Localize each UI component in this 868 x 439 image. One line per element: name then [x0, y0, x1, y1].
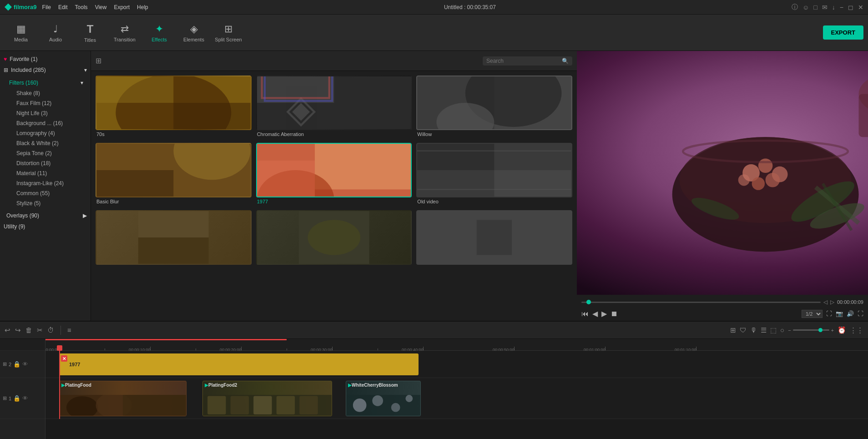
svg-rect-2 — [96, 76, 173, 103]
sidebar-filters[interactable]: Filters (160) ▾ — [7, 77, 87, 88]
sidebar-item-night-life[interactable]: Night Life (3) — [13, 108, 87, 118]
tl-zoom-slider[interactable]: − + — [788, 328, 834, 333]
restore-icon[interactable]: ◻ — [848, 4, 853, 11]
play-button[interactable]: ▶ — [601, 309, 607, 318]
sidebar-favorite-label: Favorite (1) — [10, 56, 37, 62]
mail-icon[interactable]: ✉ — [822, 4, 828, 11]
tool-elements[interactable]: ◈ Elements — [177, 16, 210, 49]
effect-row3b[interactable] — [256, 210, 412, 267]
sidebar-item-faux-film[interactable]: Faux Film (12) — [13, 98, 87, 108]
playhead[interactable] — [59, 351, 60, 419]
video-clip-white-cherry[interactable]: ▶ WhiteCherryBlossom — [346, 381, 421, 416]
user-icon[interactable]: ☺ — [802, 4, 809, 11]
sidebar-item-common[interactable]: Common (55) — [13, 188, 87, 198]
export-button[interactable]: EXPORT — [823, 25, 863, 40]
download-icon[interactable]: ↓ — [832, 4, 835, 11]
track1-lock-icon[interactable]: 🔒 — [13, 395, 20, 402]
effect-willow[interactable]: Willow — [416, 76, 572, 138]
sidebar-utility[interactable]: Utility (9) — [0, 221, 91, 232]
menu-edit[interactable]: Edit — [58, 4, 68, 10]
search-icon[interactable]: 🔍 — [562, 58, 569, 64]
zoom-select[interactable]: 1/2 1/4 1/1 — [802, 310, 823, 318]
video-clip-plating-food[interactable]: ▶ PlatingFood — [59, 381, 187, 416]
settings-button[interactable]: ≡ — [67, 326, 71, 334]
svg-rect-3 — [173, 103, 250, 129]
zoom-minus[interactable]: − — [788, 328, 791, 333]
effect-row3c[interactable] — [416, 210, 572, 267]
next-arrow[interactable]: ▷ — [830, 299, 834, 305]
volume-btn[interactable]: 🔊 — [847, 310, 854, 317]
sidebar-item-stylize[interactable]: Stylize (5) — [13, 198, 87, 208]
tl-mic-btn[interactable]: 🎙 — [750, 326, 757, 334]
sidebar-item-sepia-tone[interactable]: Sepia Tone (2) — [13, 148, 87, 158]
timer-button[interactable]: ⏱ — [47, 326, 54, 334]
tool-transition[interactable]: ⇄ Transition — [108, 16, 141, 49]
tool-split-screen[interactable]: ⊞ Split Screen — [212, 16, 245, 49]
effects-label: Effects — [151, 37, 167, 42]
effect-old-video[interactable]: Old video — [416, 143, 572, 206]
effect-basic-blur[interactable]: Basic Blur — [96, 143, 252, 206]
minimize-icon[interactable]: − — [840, 4, 843, 11]
svg-point-38 — [766, 173, 780, 187]
sidebar-item-lomography[interactable]: Lomography (4) — [13, 128, 87, 138]
redo-button[interactable]: ↪ — [15, 326, 21, 334]
sidebar-item-shake[interactable]: Shake (8) — [13, 88, 87, 98]
grid-view-icon[interactable]: ⊞ — [96, 56, 101, 65]
timeline-tracks-area[interactable]: 00:00:00:00 00:00:10:00 00:00:20:00 00:0… — [45, 339, 868, 439]
track1-eye-icon[interactable]: 👁 — [22, 395, 28, 402]
play-back-button[interactable]: ◀ — [592, 309, 598, 318]
menu-export[interactable]: Export — [114, 4, 130, 10]
tl-more-btn[interactable]: ⋮⋮ — [850, 326, 863, 334]
effect-70s[interactable]: 70s — [96, 76, 252, 138]
fullscreen-btn[interactable]: ⛶ — [826, 310, 832, 317]
menu-tools[interactable]: Tools — [75, 4, 88, 10]
effect-chromatic[interactable]: ◈ Chromatic Aberration — [256, 76, 412, 138]
screenshot-btn[interactable]: 📷 — [836, 310, 843, 317]
scrubber-track[interactable] — [581, 302, 821, 303]
fx-clip-1977[interactable]: ✕ 1977 — [59, 353, 419, 375]
tl-list-btn[interactable]: ☰ — [761, 326, 767, 334]
sidebar-item-background[interactable]: Background ... (16) — [13, 118, 87, 128]
delete-button[interactable]: 🗑 — [25, 326, 32, 334]
tool-titles[interactable]: T Titles — [74, 16, 106, 49]
effect-row3a[interactable] — [96, 210, 252, 267]
close-icon[interactable]: ✕ — [858, 4, 863, 11]
fx-track-row: ✕ 1977 — [45, 351, 868, 378]
sidebar-item-instagram[interactable]: Instagram-Like (24) — [13, 178, 87, 188]
video-clip-plating-food2[interactable]: ▶ PlatingFood2 — [202, 381, 332, 416]
fx-clip-remove[interactable]: ✕ — [61, 355, 67, 362]
info-icon[interactable]: ⓘ — [792, 3, 798, 11]
sidebar-favorite[interactable]: ♥ Favorite (1) — [0, 54, 91, 65]
undo-button[interactable]: ↩ — [5, 326, 10, 334]
scrubber-head[interactable] — [586, 300, 591, 304]
tool-effects[interactable]: ✦ Effects — [143, 16, 176, 49]
purchase-icon[interactable]: □ — [813, 4, 817, 11]
prev-arrow[interactable]: ◁ — [823, 299, 828, 305]
zoom-plus[interactable]: + — [831, 328, 834, 333]
menu-view[interactable]: View — [95, 4, 107, 10]
step-back-button[interactable]: ⏮ — [581, 310, 589, 318]
tl-circle-btn[interactable]: ○ — [780, 326, 784, 334]
cut-button[interactable]: ✂ — [37, 326, 43, 334]
tl-shield-btn[interactable]: 🛡 — [740, 326, 747, 334]
tool-audio[interactable]: ♩ Audio — [39, 16, 72, 49]
effect-willow-label: Willow — [416, 130, 572, 138]
sidebar-included[interactable]: ⊞ Included (285) ▾ — [0, 65, 91, 76]
tl-grid-btn[interactable]: ⊞ — [730, 326, 736, 334]
tl-time-btn[interactable]: ⏰ — [838, 326, 846, 334]
search-input[interactable] — [486, 58, 559, 64]
sidebar-item-distortion[interactable]: Distortion (18) — [13, 158, 87, 168]
tl-screen-btn[interactable]: ⬚ — [770, 326, 777, 334]
sidebar-item-black-white[interactable]: Black & White (2) — [13, 138, 87, 148]
sidebar-overlays[interactable]: Overlays (90) ▶ — [0, 210, 91, 221]
tool-media[interactable]: ▦ Media — [5, 16, 37, 49]
preview-scrubber: ◁ ▷ 00:00:00:09 — [581, 298, 863, 307]
expand-btn[interactable]: ⛶ — [858, 310, 863, 317]
menu-file[interactable]: File — [42, 4, 51, 10]
effect-1977[interactable]: 1977 — [256, 143, 412, 206]
stop-button[interactable]: ⏹ — [611, 310, 618, 318]
menu-help[interactable]: Help — [137, 4, 148, 10]
sidebar-item-material[interactable]: Material (11) — [13, 168, 87, 178]
track2-lock-icon[interactable]: 🔒 — [13, 361, 20, 368]
track2-eye-icon[interactable]: 👁 — [22, 361, 28, 368]
